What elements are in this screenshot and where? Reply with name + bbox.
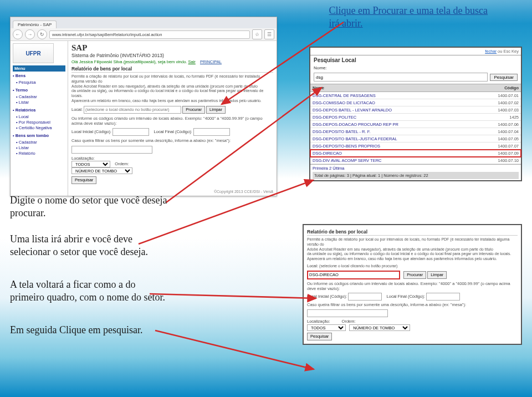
reload-icon[interactable]: ↻: [37, 29, 47, 39]
link-sair[interactable]: Sair: [188, 59, 196, 64]
table-row[interactable]: DSG-DEPOS BATEL - LEVANT ARNALDO1400.07.…: [310, 106, 521, 114]
ord-select-b[interactable]: NÚMERO DE TOMBO: [349, 324, 410, 331]
table-row[interactable]: DSG-DEPOS-DOACAO PROCURAD REP PR1400.07.…: [310, 121, 521, 128]
sidebar-item[interactable]: • Relatório: [16, 150, 65, 156]
panel-b: Relatório de bens por local Permite a cr…: [303, 224, 522, 345]
label-ord-b: Ordem:: [342, 319, 356, 324]
loc-select-b[interactable]: TODOS: [307, 324, 346, 331]
filtro-input[interactable]: [71, 146, 152, 154]
browser-tab[interactable]: Patrimônio - SAP: [13, 21, 57, 28]
popup-pesquisar-button[interactable]: Pesquisar: [490, 74, 518, 81]
browser-screenshot-left: Patrimônio - SAP ← → ↻ www.intranet.ufpr…: [10, 17, 277, 196]
svg-line-4: [155, 330, 314, 369]
label-filtro-b: Caso queira filtrar os bens por somente …: [307, 302, 518, 307]
section-title: Relatório de bens por local: [71, 66, 273, 73]
local-final-input[interactable]: [193, 128, 230, 136]
th-nome: Nome: [310, 84, 483, 92]
lf-input-b[interactable]: [426, 293, 460, 301]
local-input-b[interactable]: [307, 271, 400, 279]
procurar-button[interactable]: Procurar: [182, 106, 205, 114]
copyright: ©Copyright 2013 CCE/DSI - Versã: [71, 190, 273, 194]
label-local: Local:: [71, 106, 83, 111]
table-row[interactable]: DSG-DIRECAO1400.07.09: [310, 150, 521, 157]
label-ou: Ou informe os códigos criando um interva…: [71, 116, 273, 126]
popup-title: Pesquisar Local: [314, 57, 518, 63]
pesquisar-button-b[interactable]: Pesquisar: [307, 333, 332, 340]
procurar-button-b[interactable]: Procurar: [403, 271, 426, 279]
callout-top-l2: irá abrir.: [329, 18, 363, 29]
section-title-b: Relatório de bens por local: [307, 229, 518, 236]
table-row[interactable]: DSG-DEPOSITO BATEL - R. F.1400.07.04: [310, 128, 521, 135]
forward-icon[interactable]: →: [25, 29, 35, 39]
back-icon[interactable]: ←: [13, 29, 23, 39]
label-localizacao: Localização:: [71, 156, 95, 161]
sidebar-item[interactable]: • Pesquisa: [16, 79, 65, 85]
sidebar-item[interactable]: • Listar: [16, 99, 65, 105]
table-row[interactable]: DSG-CENTRAL DE PASSAGENS1400.07.01: [310, 92, 521, 99]
label-ou-b: Ou informe os códigos criando um interva…: [307, 281, 518, 292]
ufpr-logo: UFPR: [13, 43, 54, 63]
popup-nome-input[interactable]: [314, 73, 488, 82]
popup-esc-text: ou Esc Key: [498, 49, 519, 54]
sidebar-item[interactable]: • Local: [16, 114, 65, 119]
sidebar: UFPR Menu • Bens• Pesquisa• Termo• Cadas…: [11, 41, 68, 196]
popup-close-link[interactable]: fechar: [485, 49, 497, 54]
callout-2: Uma lista irá abrir e você deve selecion…: [10, 233, 148, 258]
table-row[interactable]: DSG-DEPOSITO-BENS PROPRIOS1400.07.07: [310, 142, 521, 150]
label-loc-b: Localização:: [307, 319, 330, 324]
section-desc-b: Permite a criação de relatório por local…: [307, 237, 518, 262]
pager-links[interactable]: Primeira 2 Última: [313, 166, 345, 171]
limpar-button[interactable]: Limpar: [206, 106, 226, 114]
pager-info: Total de páginas: 3 | Página atual: 1 | …: [313, 172, 519, 179]
sidebar-group: • Termo: [13, 88, 65, 93]
local-inicial-input[interactable]: [112, 128, 149, 136]
results-table: Nome Código DSG-CENTRAL DE PASSAGENS1400…: [310, 84, 521, 164]
table-row[interactable]: DSG-DIV AVAL ACOMP SERV TERC1400.07.10: [310, 157, 521, 164]
filtro-input-b[interactable]: [307, 309, 388, 317]
table-row[interactable]: DSG-DEPOS POLITEC1425: [310, 114, 521, 121]
search-popup: fechar ou Esc Key Pesquisar Local Nome: …: [309, 47, 522, 181]
limpar-button-b[interactable]: Limpar: [427, 271, 447, 279]
localizacao-select[interactable]: TODOS: [71, 161, 110, 167]
li-input-b[interactable]: [348, 293, 382, 301]
address-bar[interactable]: www.intranet.ufpr.br/sap/sapBemRelatorio…: [49, 30, 250, 39]
ordem-select[interactable]: NÚMERO DE TOMBO: [71, 167, 132, 174]
local-input[interactable]: [84, 106, 181, 114]
menu-header: Menu: [13, 65, 65, 72]
main-panel: SAP Sistema de Patrimônio (INVENTÁRIO 20…: [68, 41, 277, 196]
label-local-b: Local:: [307, 263, 318, 268]
star-icon[interactable]: ☆: [252, 29, 262, 39]
label-lf-b: Local Final (Código):: [387, 294, 425, 299]
sidebar-item[interactable]: • Certidão Negativa: [16, 125, 65, 130]
menu-icon[interactable]: ☰: [264, 29, 274, 39]
greeting: Olá Jessica Filipowski Silva (jessicafil…: [71, 59, 187, 64]
label-local-final: Local Final (Código):: [154, 129, 192, 134]
callout-1: Digite o nome do setor que você deseja p…: [10, 194, 167, 219]
label-local-inicial: Local Inicial (Código):: [71, 129, 111, 134]
pesquisar-button-a[interactable]: Pesquisar: [71, 176, 96, 184]
callout-top-l1: Clique em Procurar e uma tela de busca: [329, 5, 488, 16]
sidebar-group: • Bens: [13, 73, 65, 78]
sidebar-item[interactable]: • Por Responsável: [16, 119, 65, 125]
sidebar-item[interactable]: • Listar: [16, 145, 65, 150]
sidebar-group: • Relatórios: [13, 108, 65, 113]
callout-3: A tela voltará a ficar como a do primeir…: [10, 278, 165, 303]
callout-4: Em seguida Clique em pesquisar.: [10, 324, 142, 337]
th-codigo: Código: [483, 84, 521, 92]
label-ordem: Ordem:: [115, 161, 129, 166]
popup-label-nome: Nome:: [314, 65, 334, 70]
sidebar-item[interactable]: • Cadastrar: [16, 94, 65, 99]
sap-title: SAP: [71, 43, 273, 53]
section-desc: Permite a criação de relatório por local…: [71, 74, 273, 104]
svg-line-3: [150, 294, 316, 298]
table-row[interactable]: DSG-DEPOSITO BATEL-JUSTICA FEDERAL1400.0…: [310, 135, 521, 142]
sidebar-group: • Bens sem tombo: [13, 133, 65, 138]
callout-top: Clique em Procurar e uma tela de busca i…: [329, 4, 488, 29]
label-filtro: Caso queira filtrar os bens por somente …: [71, 138, 273, 143]
sap-subtitle: Sistema de Patrimônio (INVENTÁRIO 2013): [71, 53, 273, 58]
sidebar-item[interactable]: • Cadastrar: [16, 139, 65, 145]
label-li-b: Local Inicial (Código):: [307, 294, 347, 299]
link-principal[interactable]: PRINCIPAL: [200, 59, 222, 64]
table-row[interactable]: DSG-COMISSAO DE LICITACAO1400.07.02: [310, 99, 521, 106]
